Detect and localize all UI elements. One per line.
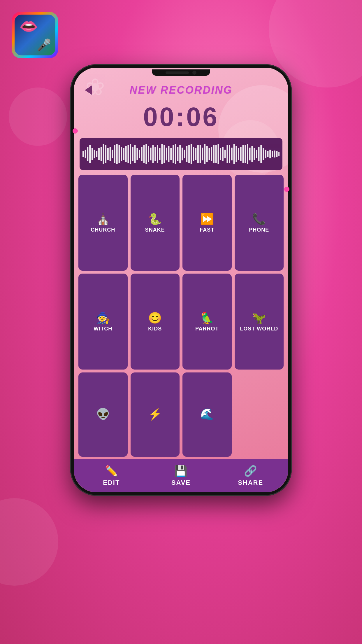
church-icon: ⛪ — [96, 214, 110, 225]
svg-rect-38 — [168, 146, 170, 162]
svg-rect-26 — [141, 147, 143, 161]
back-button[interactable] — [82, 84, 94, 96]
svg-rect-56 — [209, 148, 210, 160]
effect-partial-1[interactable]: 👽 — [78, 372, 128, 457]
app-icon[interactable]: 👄 🎤 — [12, 12, 58, 58]
svg-rect-64 — [226, 145, 228, 163]
edit-button[interactable]: ✏️ EDIT — [94, 465, 129, 487]
svg-rect-46 — [186, 146, 187, 162]
svg-rect-42 — [177, 147, 178, 161]
svg-rect-60 — [218, 144, 219, 164]
svg-rect-63 — [224, 150, 226, 158]
svg-rect-21 — [130, 144, 131, 164]
svg-rect-5 — [94, 150, 95, 158]
svg-rect-17 — [121, 147, 122, 161]
svg-rect-3 — [89, 145, 91, 163]
witch-label: WITCH — [94, 326, 112, 332]
svg-rect-59 — [215, 145, 217, 163]
effect-church[interactable]: ⛪ CHURCH — [78, 175, 128, 271]
svg-rect-80 — [263, 148, 264, 160]
svg-rect-39 — [170, 148, 172, 160]
bg-deco-circle-3 — [9, 88, 67, 146]
svg-rect-79 — [260, 145, 262, 163]
kids-label: KIDS — [148, 326, 162, 332]
svg-rect-53 — [202, 148, 203, 160]
svg-rect-19 — [125, 146, 127, 162]
svg-rect-73 — [247, 144, 248, 164]
notch-speaker — [166, 71, 189, 74]
svg-rect-14 — [114, 145, 115, 163]
pink-dot-left — [73, 128, 78, 134]
lips-icon: 👄 — [19, 18, 38, 35]
save-button[interactable]: 💾 SAVE — [164, 465, 198, 487]
svg-rect-47 — [188, 145, 190, 163]
svg-rect-11 — [107, 148, 109, 160]
lost-world-label: LOST WORLD — [240, 326, 278, 332]
svg-rect-33 — [157, 145, 158, 163]
edit-label: EDIT — [103, 479, 120, 487]
svg-rect-15 — [116, 144, 118, 164]
app-icon-inner: 👄 🎤 — [15, 15, 55, 55]
phone-screen: ❀ NEW RECORDING 00:06 — [74, 68, 288, 492]
svg-rect-66 — [231, 148, 233, 160]
svg-rect-58 — [213, 145, 215, 163]
svg-rect-41 — [175, 144, 176, 164]
svg-rect-18 — [123, 148, 124, 160]
svg-rect-71 — [242, 145, 244, 163]
phone-frame: ❀ NEW RECORDING 00:06 — [70, 64, 292, 496]
svg-rect-86 — [276, 151, 277, 157]
svg-rect-29 — [148, 146, 149, 162]
svg-rect-55 — [206, 146, 208, 162]
save-icon: 💾 — [174, 465, 187, 477]
mic-icon: 🎤 — [37, 38, 51, 52]
svg-rect-43 — [179, 145, 181, 163]
effect-snake[interactable]: 🐍 SNAKE — [131, 175, 180, 271]
svg-rect-20 — [128, 145, 129, 163]
svg-rect-52 — [200, 145, 201, 163]
share-label: SHARE — [238, 479, 263, 487]
parrot-label: PARROT — [195, 326, 219, 332]
svg-rect-2 — [87, 147, 88, 161]
partial-2-icon: ⚡ — [148, 409, 162, 420]
svg-rect-9 — [103, 144, 104, 164]
phone-icon: 📞 — [252, 214, 266, 225]
svg-rect-28 — [145, 144, 147, 164]
svg-rect-23 — [134, 145, 136, 163]
effect-fast[interactable]: ⏩ FAST — [182, 175, 232, 271]
svg-rect-83 — [269, 150, 271, 158]
kids-icon: 😊 — [148, 312, 162, 323]
effect-partial-2[interactable]: ⚡ — [131, 372, 180, 457]
svg-rect-57 — [211, 147, 212, 161]
svg-rect-37 — [166, 148, 167, 160]
svg-rect-81 — [265, 150, 266, 158]
svg-rect-87 — [278, 152, 280, 156]
svg-rect-77 — [256, 150, 257, 158]
svg-rect-36 — [164, 145, 165, 163]
effect-parrot[interactable]: 🦜 PARROT — [182, 274, 232, 370]
svg-rect-44 — [182, 148, 183, 160]
effect-lost-world[interactable]: 🦖 LOST WORLD — [235, 274, 284, 370]
svg-rect-76 — [254, 148, 255, 160]
effect-partial-3[interactable]: 🌊 — [182, 372, 232, 457]
svg-rect-4 — [92, 148, 93, 160]
svg-rect-62 — [222, 147, 224, 161]
svg-rect-1 — [85, 150, 86, 158]
church-label: CHURCH — [91, 227, 115, 233]
svg-rect-68 — [236, 146, 237, 162]
share-button[interactable]: 🔗 SHARE — [233, 465, 268, 487]
effect-phone[interactable]: 📞 PHONE — [235, 175, 284, 271]
waveform-svg — [82, 142, 280, 166]
svg-rect-0 — [82, 151, 84, 157]
lost-world-icon: 🦖 — [252, 312, 266, 323]
save-label: SAVE — [171, 479, 191, 487]
svg-rect-7 — [98, 148, 100, 160]
effect-witch[interactable]: 🧙 WITCH — [78, 274, 128, 370]
effect-kids[interactable]: 😊 KIDS — [131, 274, 180, 370]
svg-rect-10 — [105, 145, 106, 163]
witch-icon: 🧙 — [96, 312, 110, 323]
svg-rect-24 — [136, 148, 138, 160]
svg-rect-12 — [110, 147, 111, 161]
svg-rect-16 — [119, 145, 120, 163]
svg-rect-50 — [195, 148, 196, 160]
svg-rect-61 — [220, 148, 221, 160]
